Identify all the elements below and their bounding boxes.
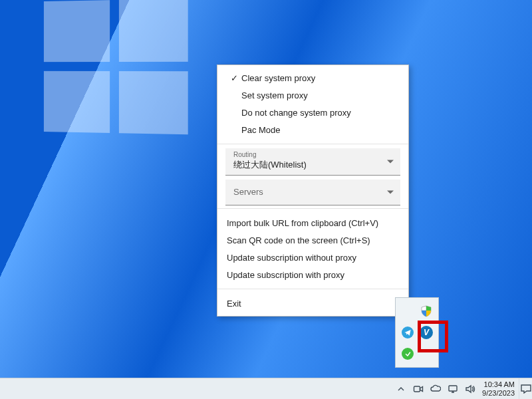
dropdown-value: Servers [233,186,382,198]
meet-now-icon[interactable] [413,384,424,394]
menu-item-label: Set system proxy [241,90,398,100]
tray-overflow-panel: V [395,297,439,368]
dropdown-hint: Routing [233,151,382,159]
clock-date: 9/23/2023 [482,389,515,398]
menu-item-no-change-proxy[interactable]: Do not change system proxy [217,104,408,121]
menu-item-import-url[interactable]: Import bulk URL from clipboard (Ctrl+V) [217,214,408,231]
menu-item-clear-proxy[interactable]: ✓ Clear system proxy [217,69,408,86]
menu-item-label: Clear system proxy [241,73,398,83]
taskbar: 10:34 AM 9/23/2023 [0,378,532,399]
menu-separator [217,144,408,144]
menu-item-exit[interactable]: Exit [217,295,408,312]
menu-item-label: Do not change system proxy [241,108,398,118]
notification-icon [521,384,531,394]
menu-separator [217,208,408,209]
tray-icon-status-ok[interactable] [400,346,415,361]
shield-icon [421,305,432,317]
tray-overflow-chevron[interactable] [396,384,406,394]
check-icon: ✓ [227,73,241,83]
servers-dropdown[interactable]: Servers [225,180,400,205]
menu-item-label: Update subscription with proxy [227,270,398,280]
network-icon[interactable] [448,384,458,394]
tray-context-menu: ✓ Clear system proxy Set system proxy Do… [217,65,409,317]
onedrive-icon[interactable] [430,384,441,394]
menu-item-pac-mode[interactable]: Pac Mode [217,121,408,138]
clock-time: 10:34 AM [482,380,515,389]
routing-dropdown[interactable]: Routing 绕过大陆(Whitelist) [225,148,400,176]
tray-icon-v2rayn[interactable]: V [419,325,434,340]
action-center-button[interactable] [519,378,532,399]
chevron-down-icon [387,191,394,194]
v2ray-icon: V [420,326,433,339]
volume-icon[interactable] [465,384,475,394]
tray-icon-windows-security[interactable] [419,304,434,319]
windows-logo [44,0,188,134]
system-tray [393,378,478,399]
tray-icon-telegram[interactable] [400,325,415,340]
menu-item-label: Exit [227,299,398,309]
dropdown-value: 绕过大陆(Whitelist) [233,159,382,171]
menu-item-label: Pac Mode [241,125,398,135]
menu-item-update-sub-proxy[interactable]: Update subscription with proxy [217,266,408,283]
menu-item-scan-qr[interactable]: Scan QR code on the screen (Ctrl+S) [217,231,408,249]
telegram-icon [402,327,414,338]
svg-rect-1 [449,386,457,391]
menu-item-label: Update subscription without proxy [227,253,398,263]
menu-separator [217,289,408,289]
taskbar-clock[interactable]: 10:34 AM 9/23/2023 [478,380,519,398]
menu-item-label: Scan QR code on the screen (Ctrl+S) [227,235,398,245]
menu-item-label: Import bulk URL from clipboard (Ctrl+V) [227,218,398,228]
menu-item-set-proxy[interactable]: Set system proxy [217,86,408,104]
check-circle-icon [402,348,414,360]
chevron-down-icon [387,160,394,164]
menu-item-update-sub-no-proxy[interactable]: Update subscription without proxy [217,249,408,266]
svg-rect-0 [414,386,420,392]
